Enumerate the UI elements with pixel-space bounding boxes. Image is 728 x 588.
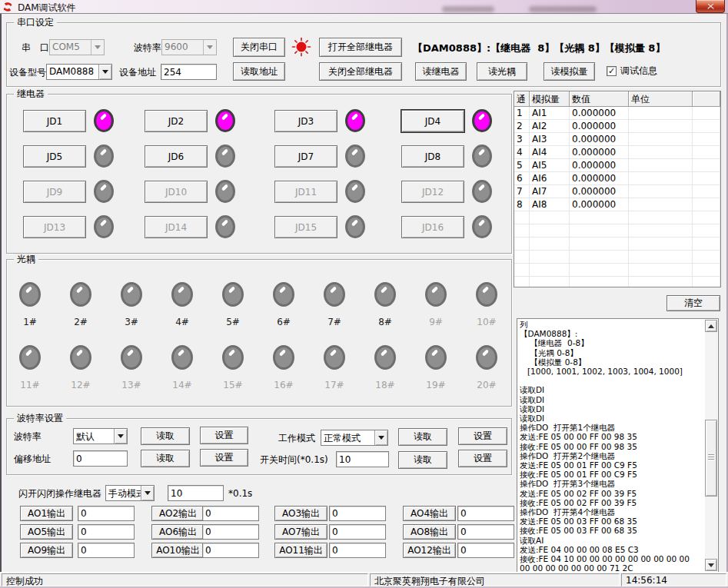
log-panel[interactable]: 列 【DAM0888】: 【继电器 0-8】 【光耦 0-8】 【模拟量 0-8… xyxy=(517,318,719,573)
ao-button-12[interactable]: AO12输出 xyxy=(403,543,456,558)
log-scrollbar[interactable] xyxy=(705,320,717,571)
status-message: 控制成功 xyxy=(2,573,368,586)
ao-input-12[interactable] xyxy=(457,543,514,558)
ao-input-4[interactable] xyxy=(457,506,514,521)
ao-button-9[interactable]: AO9输出 xyxy=(20,543,73,558)
ao-button-6[interactable]: AO6输出 xyxy=(151,524,204,540)
ao-button-1[interactable]: AO1输出 xyxy=(20,506,73,521)
status-company: 北京聚英翱翔电子有限公司 xyxy=(370,573,620,586)
status-bar: 控制成功 北京聚英翱翔电子有限公司 14:56:14 xyxy=(0,572,728,586)
ao-button-5[interactable]: AO5输出 xyxy=(20,524,73,540)
ao-input-2[interactable] xyxy=(202,506,259,521)
ao-button-8[interactable]: AO8输出 xyxy=(403,524,456,540)
scroll-up-button[interactable] xyxy=(705,320,717,332)
ao-button-2[interactable]: AO2输出 xyxy=(151,506,204,521)
ao-input-9[interactable] xyxy=(78,543,135,558)
ao-button-3[interactable]: AO3输出 xyxy=(274,506,327,521)
ao-button-11[interactable]: AO11输出 xyxy=(274,543,327,558)
ao-input-6[interactable] xyxy=(202,524,259,540)
ao-input-10[interactable] xyxy=(202,543,259,558)
ao-input-3[interactable] xyxy=(329,506,386,521)
ao-button-4[interactable]: AO4输出 xyxy=(403,506,456,521)
scrollbar-thumb[interactable] xyxy=(705,420,717,497)
ao-input-7[interactable] xyxy=(329,524,386,540)
scroll-down-button[interactable] xyxy=(705,559,717,571)
app-window: DAM调试软件 串口设定 串 口 COM5 波特率 9600 关闭串口 打 xyxy=(0,0,728,588)
log-text: 列 【DAM0888】: 【继电器 0-8】 【光耦 0-8】 【模拟量 0-8… xyxy=(520,320,703,571)
ao-button-10[interactable]: AO10输出 xyxy=(151,543,204,558)
status-time: 14:56:14 xyxy=(621,573,726,586)
ao-button-7[interactable]: AO7输出 xyxy=(274,524,327,540)
triangle-down-icon xyxy=(708,563,714,567)
ao-input-11[interactable] xyxy=(329,543,386,558)
ao-input-8[interactable] xyxy=(457,524,514,540)
ao-input-1[interactable] xyxy=(78,506,135,521)
triangle-up-icon xyxy=(708,324,714,328)
ao-input-5[interactable] xyxy=(78,524,135,540)
